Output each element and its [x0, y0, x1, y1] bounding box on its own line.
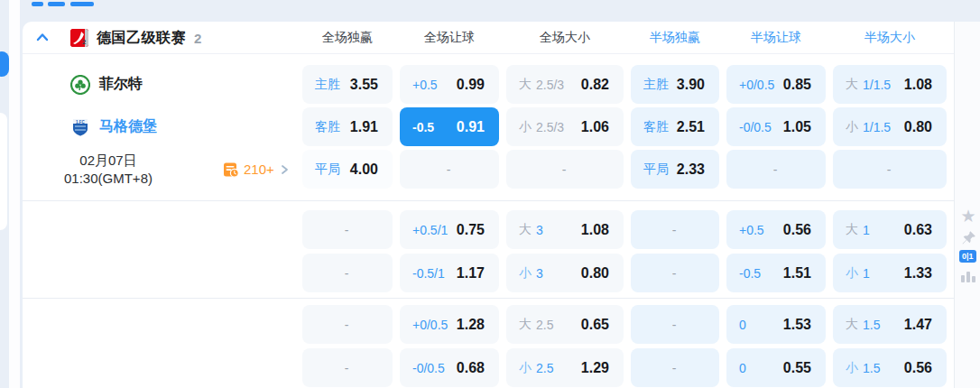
odds-cell[interactable]: 主胜3.55 — [302, 65, 393, 104]
odds-row: 02月07日01:30(GMT+8)210+平局4.00--平局2.33-- — [23, 150, 980, 189]
odds-cell[interactable]: -0.51.51 — [726, 254, 826, 292]
odds-value: 0.55 — [783, 360, 811, 376]
odds-label: 小 — [519, 265, 532, 282]
odds-cell[interactable]: -0.50.91 — [400, 107, 499, 146]
odds-cell[interactable]: 平局4.00 — [302, 150, 393, 189]
odds-cell[interactable]: 大10.63 — [833, 210, 947, 249]
league-header-label: 2 德国乙级联赛 2 — [23, 22, 295, 54]
odds-cell[interactable]: +0.50.56 — [726, 210, 826, 249]
odds-cell[interactable]: 平局2.33 — [631, 150, 719, 189]
odds-handicap: 1.5 — [863, 361, 880, 375]
odds-label: 平局 — [315, 162, 340, 178]
odds-cell[interactable]: 客胜2.51 — [631, 107, 719, 146]
odds-cell[interactable]: 客胜1.91 — [302, 107, 393, 146]
odds-cell[interactable]: 小30.80 — [506, 254, 624, 292]
odds-cell-empty: - — [506, 150, 624, 189]
league-name[interactable]: 德国乙级联赛 — [97, 29, 186, 48]
odds-row: -+0/0.51.28大2.50.65-01.53大1.51.47 — [23, 305, 980, 344]
odds-cell[interactable]: 小2.51.29 — [506, 348, 624, 387]
odds-cell[interactable]: 00.55 — [726, 348, 826, 387]
odds-value: 0.99 — [457, 77, 485, 93]
odds-label: 大 — [846, 222, 858, 238]
odds-value: 1.53 — [783, 317, 811, 333]
odds-value: 3.55 — [350, 77, 378, 93]
match-date: 02月07日 — [50, 152, 167, 170]
odds-label: +0.5 — [739, 223, 764, 237]
column-header-5[interactable]: 半场让球 — [726, 30, 826, 46]
away-team-name: 马格德堡 — [99, 117, 157, 136]
odds-value: 1.91 — [350, 119, 378, 135]
odds-label: 小 — [519, 360, 532, 376]
odds-cell[interactable]: 小2.5/31.06 — [506, 107, 624, 146]
odds-label: -0.5 — [412, 120, 434, 134]
left-panel-fragment — [9, 0, 20, 388]
empty-odds-dash: - — [672, 318, 677, 332]
home-team-name: 菲尔特 — [99, 75, 143, 94]
stats-bar-chart-icon[interactable] — [959, 267, 977, 285]
column-header-1[interactable]: 全场独赢 — [302, 30, 393, 46]
odds-cell[interactable]: 小11.33 — [833, 254, 947, 292]
odds-label: +0/0.5 — [739, 78, 774, 92]
odds-cell-empty: - — [631, 254, 719, 292]
more-odds-link[interactable]: 210+ — [223, 162, 290, 178]
odds-cell[interactable]: 小1.50.56 — [833, 348, 947, 387]
svg-text:1.FC: 1.FC — [76, 119, 86, 124]
odds-cell-empty: - — [400, 150, 499, 189]
odds-cell[interactable]: 大2.5/30.82 — [506, 65, 624, 104]
odds-value: 1.08 — [904, 77, 932, 93]
odds-label: 主胜 — [315, 77, 340, 93]
odds-cell-empty: - — [302, 348, 393, 387]
home-team-badge-icon — [70, 75, 90, 95]
column-header-3[interactable]: 全场大小 — [506, 30, 624, 46]
odds-cell[interactable]: 大2.50.65 — [506, 305, 624, 344]
odds-cell[interactable]: 小1/1.50.80 — [833, 107, 947, 146]
odds-label: 大 — [519, 317, 532, 333]
odds-block-1: 菲尔特主胜3.55+0.50.99大2.5/30.82主胜3.90+0/0.50… — [23, 54, 980, 201]
odds-cell-empty: - — [631, 348, 719, 387]
more-odds-count: 210+ — [244, 162, 274, 177]
odds-label: 大 — [519, 222, 532, 238]
odds-value: 0.80 — [581, 265, 609, 282]
odds-cell[interactable]: 大1/1.51.08 — [833, 65, 947, 104]
odds-cell[interactable]: +0.50.99 — [400, 65, 499, 104]
odds-cell[interactable]: -0/0.51.05 — [726, 107, 826, 146]
odds-label: +0.5/1 — [412, 223, 448, 237]
odds-handicap: 2.5/3 — [536, 120, 564, 134]
away-team[interactable]: 1.FC马格德堡 — [23, 107, 295, 146]
empty-odds-dash: - — [345, 266, 349, 281]
empty-odds-dash: - — [447, 162, 451, 177]
odds-label: +0/0.5 — [412, 318, 448, 332]
odds-value: 1.17 — [457, 265, 485, 282]
odds-value: 2.33 — [677, 162, 705, 178]
odds-cell[interactable]: 01.53 — [726, 305, 826, 344]
column-header-2[interactable]: 全场让球 — [400, 30, 499, 46]
odds-cell[interactable]: 主胜3.90 — [631, 65, 719, 104]
odds-cell[interactable]: +0/0.50.85 — [726, 65, 826, 104]
odds-cell[interactable]: +0.5/10.75 — [400, 210, 499, 249]
odds-row: 菲尔特主胜3.55+0.50.99大2.5/30.82主胜3.90+0/0.50… — [23, 65, 980, 104]
pin-icon[interactable] — [959, 229, 977, 247]
odds-cell[interactable]: +0/0.51.28 — [400, 305, 499, 344]
odds-cell-empty: - — [302, 254, 393, 292]
column-header-4[interactable]: 半场独赢 — [631, 30, 719, 46]
away-team-badge-icon: 1.FC — [70, 117, 90, 137]
odds-handicap: 1.5 — [863, 318, 880, 332]
odds-handicap: 2.5 — [536, 361, 553, 375]
favorite-star-icon[interactable]: ★ — [959, 208, 977, 226]
odds-cell[interactable]: 大1.51.47 — [833, 305, 947, 344]
odds-value: 3.90 — [677, 77, 705, 93]
odds-value: 1.33 — [904, 265, 932, 282]
odds-label: -0.5/1 — [412, 266, 445, 281]
home-team[interactable]: 菲尔特 — [23, 65, 295, 104]
odds-label: 0 — [739, 318, 746, 332]
score-badge[interactable]: 0|1 — [959, 250, 976, 263]
odds-label: 小 — [519, 119, 532, 135]
odds-value: 0.56 — [783, 222, 811, 238]
column-header-6[interactable]: 半场大小 — [833, 30, 947, 46]
odds-cell[interactable]: 大31.08 — [506, 210, 624, 249]
odds-value: 0.85 — [783, 77, 811, 93]
collapse-chevron-icon[interactable] — [34, 30, 51, 46]
odds-value: 1.47 — [904, 317, 932, 333]
odds-cell[interactable]: -0.5/11.17 — [400, 254, 499, 292]
odds-cell[interactable]: -0/0.50.68 — [400, 348, 499, 387]
